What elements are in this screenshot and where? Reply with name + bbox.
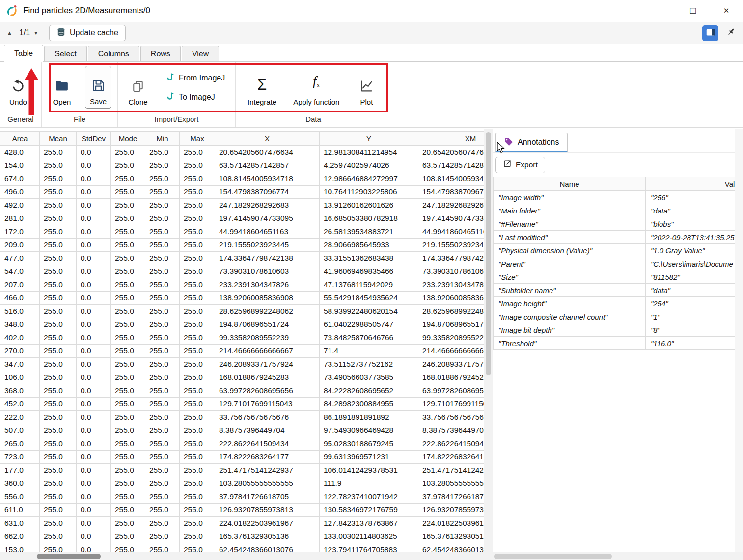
table-row[interactable]: "Threshold""116.0" bbox=[494, 337, 736, 350]
table-cell: 255.0 bbox=[40, 172, 77, 186]
table-row[interactable]: "Image height""254" bbox=[494, 297, 736, 310]
table-cell: "data" bbox=[646, 284, 736, 297]
table-row[interactable]: 516.0255.00.0255.0255.0255.028.625968992… bbox=[0, 305, 484, 318]
annotations-horizontal-scrollbar[interactable] bbox=[493, 552, 743, 560]
table-row[interactable]: 492.0255.00.0255.0255.0255.0247.18292682… bbox=[0, 199, 484, 212]
column-header[interactable]: Mode bbox=[111, 132, 145, 146]
table-cell: 255.0 bbox=[145, 159, 180, 172]
table-row[interactable]: 360.0255.00.0255.0255.0255.0103.28055555… bbox=[0, 477, 484, 490]
table-row[interactable]: 547.0255.00.0255.0255.0255.073.390310786… bbox=[0, 265, 484, 278]
table-row[interactable]: "Size""811582" bbox=[494, 270, 736, 284]
table-row[interactable]: 281.0255.00.0255.0255.0255.0197.41459074… bbox=[0, 212, 484, 225]
table-cell: 55.542918454935624 bbox=[320, 292, 418, 305]
table-row[interactable]: "Last modified""2022-09-28T13:41:35.25 bbox=[494, 231, 736, 244]
table-row[interactable]: 611.0255.00.0255.0255.0255.0126.93207855… bbox=[0, 504, 484, 517]
plot-button[interactable]: Plot bbox=[353, 66, 380, 109]
table-row[interactable]: 154.0255.00.0255.0255.0255.063.571428571… bbox=[0, 159, 484, 172]
table-row[interactable]: 428.0255.00.0255.0255.0255.020.654205607… bbox=[0, 146, 484, 159]
table-row[interactable]: 496.0255.00.0255.0255.0255.0154.47983870… bbox=[0, 186, 484, 199]
column-header[interactable]: Name bbox=[494, 177, 646, 191]
table-cell: 138.92060085836908 bbox=[418, 292, 484, 305]
annotations-vertical-scrollbar[interactable] bbox=[735, 129, 743, 552]
table-row[interactable]: "Main folder""data" bbox=[494, 204, 736, 217]
table-row[interactable]: 674.0255.00.0255.0255.0255.0108.81454005… bbox=[0, 172, 484, 186]
column-header[interactable]: Y bbox=[320, 132, 418, 146]
page-selector[interactable]: 1/1 ▼ bbox=[19, 28, 38, 37]
table-row[interactable]: 172.0255.00.0255.0255.0255.044.994186046… bbox=[0, 225, 484, 239]
column-header[interactable]: Value bbox=[646, 177, 736, 191]
table-cell: 0.0 bbox=[77, 477, 111, 490]
table-row[interactable]: 106.0255.00.0255.0255.0255.0168.01886792… bbox=[0, 371, 484, 384]
integrate-button[interactable]: Σ Integrate bbox=[245, 66, 279, 109]
table-cell: 281.0 bbox=[0, 212, 40, 225]
table-row[interactable]: 631.0255.00.0255.0255.0255.0224.01822503… bbox=[0, 517, 484, 530]
column-header[interactable]: XM bbox=[418, 132, 484, 146]
column-header[interactable]: Min bbox=[145, 132, 180, 146]
table-row[interactable]: 265.0255.00.0255.0255.0255.0222.86226415… bbox=[0, 437, 484, 451]
minimize-button[interactable]: — bbox=[643, 0, 676, 22]
table-row[interactable]: 723.0255.00.0255.0255.0255.0174.82226832… bbox=[0, 451, 484, 464]
table-row[interactable]: 452.0255.00.0255.0255.0255.0129.71017699… bbox=[0, 398, 484, 411]
column-header[interactable]: Area bbox=[0, 132, 40, 146]
table-row[interactable]: "Image width""256" bbox=[494, 191, 736, 204]
open-button[interactable]: Open bbox=[49, 66, 75, 109]
table-row[interactable]: "Parent""C:\Users\imaris\Docume bbox=[494, 257, 736, 270]
pin-button[interactable] bbox=[723, 25, 739, 41]
save-button[interactable]: Save bbox=[85, 66, 111, 109]
table-row[interactable]: "Subfolder name""data" bbox=[494, 284, 736, 297]
table-row[interactable]: 402.0255.00.0255.0255.0255.099.335820895… bbox=[0, 331, 484, 345]
table-row[interactable]: 368.0255.00.0255.0255.0255.063.997282608… bbox=[0, 384, 484, 398]
table-row[interactable]: 209.0255.00.0255.0255.0255.0219.15550239… bbox=[0, 239, 484, 252]
table-row[interactable]: "#Filename""blobs" bbox=[494, 217, 736, 231]
tab-annotations[interactable]: Annotations bbox=[495, 133, 568, 152]
database-icon bbox=[56, 27, 66, 39]
horizontal-scrollbar[interactable] bbox=[0, 552, 484, 560]
to-imagej-button[interactable]: To ImageJ bbox=[163, 90, 228, 104]
collapse-button[interactable]: ▲ bbox=[7, 30, 12, 36]
apply-function-button[interactable]: fx Apply function bbox=[290, 66, 342, 109]
export-button[interactable]: Export bbox=[495, 157, 545, 173]
table-row[interactable]: 207.0255.00.0255.0255.0255.0233.23913043… bbox=[0, 278, 484, 292]
tab-view[interactable]: View bbox=[182, 46, 219, 61]
tab-rows[interactable]: Rows bbox=[140, 46, 181, 61]
scrollbar-thumb[interactable] bbox=[494, 554, 612, 559]
update-cache-button[interactable]: Update cache bbox=[49, 25, 126, 41]
table-row[interactable]: 347.0255.00.0255.0255.0255.0246.20893371… bbox=[0, 358, 484, 371]
tab-table[interactable]: Table bbox=[4, 45, 43, 62]
table-row[interactable]: 556.0255.00.0255.0255.0255.037.978417266… bbox=[0, 490, 484, 504]
table-row[interactable]: 662.0255.00.0255.0255.0255.0165.37613293… bbox=[0, 530, 484, 543]
table-row[interactable]: 466.0255.00.0255.0255.0255.0138.92060085… bbox=[0, 292, 484, 305]
column-header[interactable]: StdDev bbox=[77, 132, 111, 146]
table-cell: 265.0 bbox=[0, 437, 40, 451]
close-button[interactable]: ✕ bbox=[710, 0, 743, 22]
column-header[interactable]: X bbox=[215, 132, 320, 146]
table-cell: 0.0 bbox=[77, 530, 111, 543]
table-cell: 28.625968992248062 bbox=[215, 305, 320, 318]
table-row[interactable]: "Image bit depth""8" bbox=[494, 323, 736, 337]
table-row[interactable]: 507.0255.00.0255.0255.0255.08.3875739644… bbox=[0, 424, 484, 437]
scrollbar-thumb[interactable] bbox=[486, 132, 491, 375]
column-header[interactable]: Mean bbox=[40, 132, 77, 146]
table-row[interactable]: 177.0255.00.0255.0255.0255.0251.47175141… bbox=[0, 464, 484, 477]
table-row[interactable]: 153.0255.00.0255.0255.0255.062.454248366… bbox=[0, 543, 484, 552]
tab-columns[interactable]: Columns bbox=[88, 46, 139, 61]
table-cell: 73.51152737752162 bbox=[320, 358, 418, 371]
table-cell: 255.0 bbox=[145, 239, 180, 252]
quickbar-right-group bbox=[702, 25, 739, 41]
maximize-button[interactable]: □ bbox=[676, 0, 710, 22]
vertical-scrollbar[interactable] bbox=[484, 129, 493, 552]
table-row[interactable]: 477.0255.00.0255.0255.0255.0174.33647798… bbox=[0, 252, 484, 265]
undo-button[interactable]: Undo bbox=[5, 66, 31, 109]
table-row[interactable]: 222.0255.00.0255.0255.0255.033.756756756… bbox=[0, 411, 484, 424]
side-panel-toggle-button[interactable] bbox=[702, 25, 718, 41]
clone-button[interactable]: Clone bbox=[125, 66, 151, 109]
table-row[interactable]: "Image composite channel count""1" bbox=[494, 310, 736, 323]
tab-select[interactable]: Select bbox=[44, 46, 86, 61]
column-header[interactable]: Max bbox=[180, 132, 215, 146]
table-row[interactable]: 270.0255.00.0255.0255.0255.0214.46666666… bbox=[0, 345, 484, 358]
from-imagej-button[interactable]: From ImageJ bbox=[163, 71, 228, 84]
scrollbar-thumb[interactable] bbox=[37, 554, 101, 559]
tab-label: View bbox=[192, 50, 209, 58]
table-row[interactable]: "Physical dimension (Value)""1.0 Gray Va… bbox=[494, 244, 736, 257]
table-row[interactable]: 348.0255.00.0255.0255.0255.0194.87068965… bbox=[0, 318, 484, 331]
